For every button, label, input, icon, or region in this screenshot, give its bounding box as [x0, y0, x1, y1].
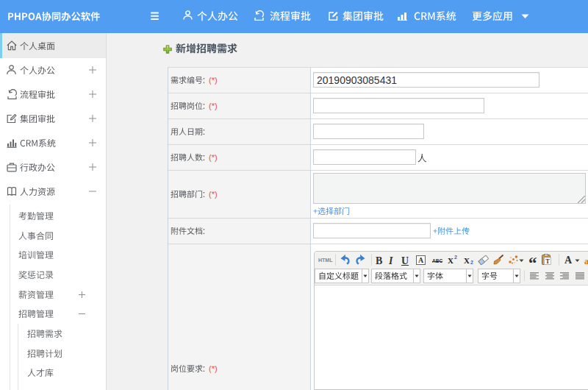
- svg-text:T: T: [545, 258, 550, 265]
- svg-text:A: A: [418, 256, 424, 264]
